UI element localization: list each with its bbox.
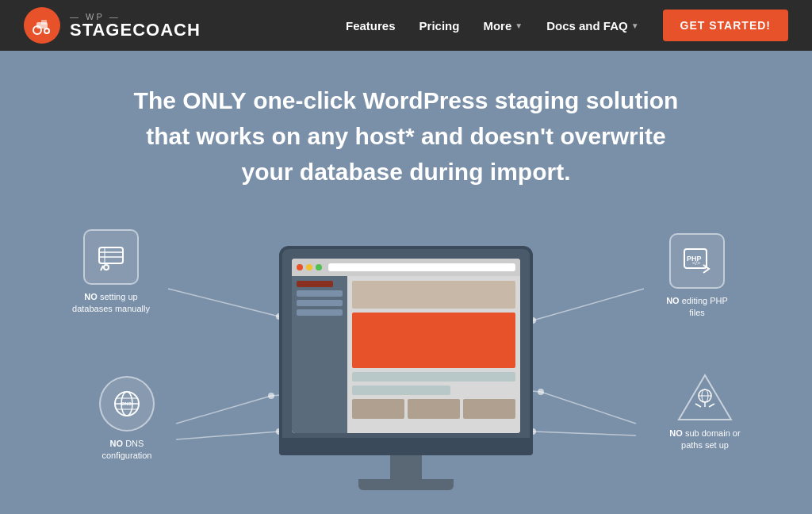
nav-more-label: More <box>483 19 511 33</box>
navbar: — WP — Stagecoach Features Pricing More … <box>0 0 812 51</box>
svg-line-13 <box>533 289 644 320</box>
mock-small-blocks <box>352 399 515 419</box>
nav-features-label: Features <box>346 19 396 33</box>
mock-main-orange <box>352 313 515 368</box>
php-label-bold: NO <box>666 296 680 305</box>
logo-name-text: Stagecoach <box>70 21 201 39</box>
mock-small-1 <box>352 399 404 419</box>
php-label: NO editing PHP files <box>657 295 737 320</box>
mock-body <box>292 276 520 433</box>
hero-section: The ONLY one-click WordPress staging sol… <box>0 51 812 514</box>
svg-rect-22 <box>99 247 123 263</box>
svg-line-41 <box>695 404 701 407</box>
domain-icon <box>677 372 733 421</box>
db-label-bold: NO <box>84 292 98 301</box>
php-label-rest: editing PHP files <box>680 296 728 317</box>
nav-features[interactable]: Features <box>346 19 396 33</box>
svg-text:DNS: DNS <box>121 401 132 406</box>
domain-label-rest: sub domain or paths set up <box>681 428 741 450</box>
mock-banner <box>352 281 515 309</box>
mock-dot-red <box>297 264 303 270</box>
svg-text:</>: </> <box>692 260 700 266</box>
dns-icon: DNS <box>99 376 155 432</box>
mock-content <box>347 276 520 433</box>
mock-sidebar-item-3 <box>297 309 343 316</box>
hero-title-emphasis: ONLY <box>182 87 247 113</box>
svg-line-16 <box>541 392 636 424</box>
mock-sidebar-item-1 <box>297 290 343 297</box>
nav-docs-label: Docs and FAQ <box>546 19 628 33</box>
mock-sidebar-item-active <box>297 281 333 287</box>
monitor-stand <box>358 479 454 490</box>
logo-icon <box>24 7 60 44</box>
svg-line-27 <box>101 266 103 270</box>
php-icon: PHP </> <box>669 233 725 289</box>
mock-address-bar <box>328 263 515 271</box>
mock-dot-yellow <box>306 264 312 270</box>
monitor-chin <box>279 441 533 455</box>
svg-line-10 <box>176 432 279 439</box>
domain-label-bold: NO <box>669 428 683 438</box>
db-icon <box>83 229 139 285</box>
svg-point-8 <box>268 393 274 399</box>
dns-label: NO DNS configuration <box>87 438 167 462</box>
mock-row-1 <box>352 372 515 382</box>
svg-line-19 <box>533 432 636 435</box>
monitor-screen <box>279 246 533 441</box>
feature-no-dns: DNS NO DNS configuration <box>87 376 167 462</box>
dns-label-bold: NO <box>110 439 124 448</box>
monitor-neck <box>390 455 422 479</box>
nav-pricing[interactable]: Pricing <box>419 19 460 33</box>
svg-line-42 <box>709 404 714 407</box>
mock-sidebar-item-2 <box>297 300 343 306</box>
logo[interactable]: — WP — Stagecoach <box>24 7 201 44</box>
svg-marker-37 <box>679 375 731 420</box>
hero-title: The ONLY one-click WordPress staging sol… <box>121 82 691 190</box>
mock-small-3 <box>463 399 515 419</box>
mock-row-2 <box>352 386 450 395</box>
monitor-inner <box>292 259 520 433</box>
feature-no-php: PHP </> NO editing PHP files <box>657 233 737 320</box>
svg-line-4 <box>168 289 279 316</box>
svg-line-7 <box>176 396 271 424</box>
docs-chevron-icon: ▼ <box>631 21 639 30</box>
mock-sidebar <box>292 276 347 433</box>
svg-point-1 <box>44 29 49 33</box>
nav-more[interactable]: More ▼ <box>483 19 523 33</box>
nav-pricing-label: Pricing <box>419 19 460 33</box>
monitor <box>279 246 533 490</box>
domain-label: NO sub domain or paths set up <box>665 428 745 452</box>
mock-dot-green <box>316 264 322 270</box>
svg-point-26 <box>104 265 109 270</box>
svg-point-17 <box>538 389 544 395</box>
mock-small-2 <box>408 399 460 419</box>
more-chevron-icon: ▼ <box>515 21 523 30</box>
hero-illustration: NO setting up databases manually DNS NO … <box>48 221 764 514</box>
nav-docs[interactable]: Docs and FAQ ▼ <box>546 19 638 33</box>
get-started-button[interactable]: GET STARTED! <box>663 10 788 41</box>
feature-no-domain: NO sub domain or paths set up <box>665 372 745 452</box>
nav-links: Features Pricing More ▼ Docs and FAQ ▼ G… <box>346 10 788 41</box>
logo-text: — WP — Stagecoach <box>70 13 201 39</box>
feature-no-db: NO setting up databases manually <box>71 229 151 316</box>
svg-rect-3 <box>41 20 47 25</box>
db-label: NO setting up databases manually <box>71 291 151 316</box>
mock-browser-header <box>292 259 520 276</box>
